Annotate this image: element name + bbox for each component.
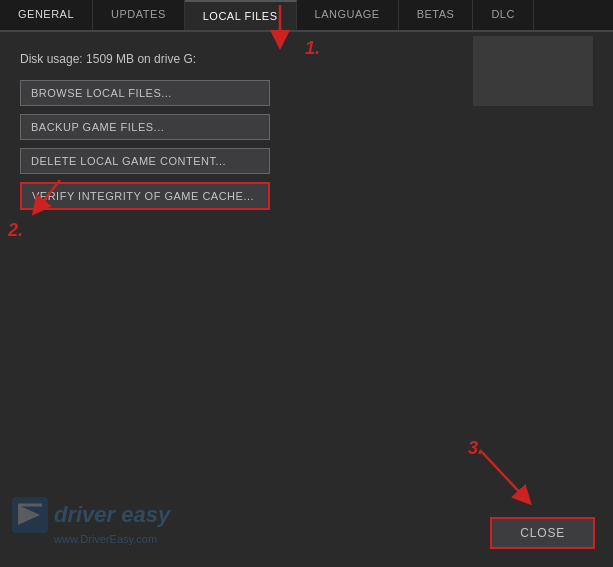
tab-general[interactable]: GENERAL: [0, 0, 93, 30]
tab-betas[interactable]: BETAS: [399, 0, 474, 30]
watermark-url: www.DriverEasy.com: [54, 533, 157, 545]
browse-local-files-button[interactable]: BROWSE LOCAL FILES...: [20, 80, 270, 106]
watermark-brand: driver easy: [54, 502, 170, 528]
close-button[interactable]: CLOSE: [490, 517, 595, 549]
tab-updates[interactable]: UPDATES: [93, 0, 185, 30]
annotation-label-3: 3.: [468, 438, 483, 459]
tab-bar: GENERAL UPDATES LOCAL FILES LANGUAGE BET…: [0, 0, 613, 32]
watermark: driver easy www.DriverEasy.com: [12, 497, 170, 545]
driver-easy-icon: [12, 497, 48, 533]
tab-language[interactable]: LANGUAGE: [297, 0, 399, 30]
annotation-label-2: 2.: [8, 220, 23, 241]
tab-local-files[interactable]: LOCAL FILES: [185, 0, 297, 30]
game-thumbnail: [473, 36, 593, 106]
verify-integrity-button[interactable]: VERIFY INTEGRITY OF GAME CACHE...: [20, 182, 270, 210]
backup-game-files-button[interactable]: BACKUP GAME FILES...: [20, 114, 270, 140]
tab-dlc[interactable]: DLC: [473, 0, 534, 30]
watermark-logo: driver easy: [12, 497, 170, 533]
svg-line-5: [480, 450, 525, 498]
delete-local-game-content-button[interactable]: DELETE LOCAL GAME CONTENT...: [20, 148, 270, 174]
annotation-arrow-3: [460, 440, 560, 520]
